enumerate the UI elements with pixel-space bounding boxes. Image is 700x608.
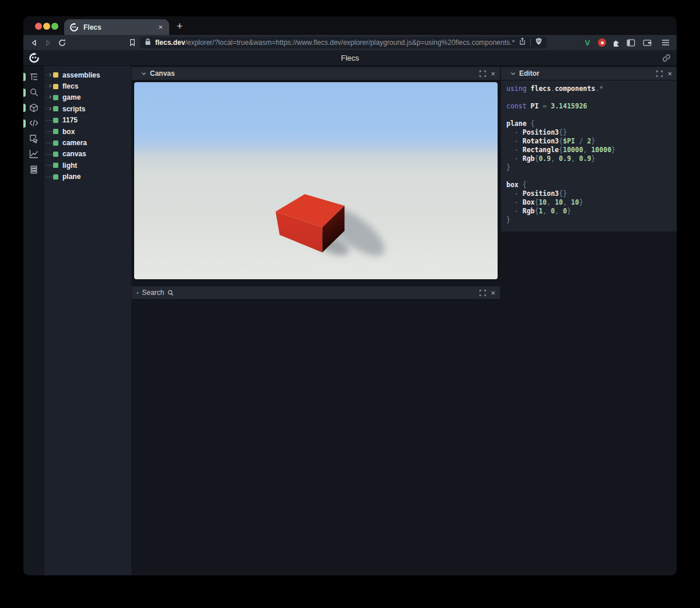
search-panel-header[interactable]: • Search × xyxy=(132,286,500,300)
code-line: - Rotation3{$PI / 2} xyxy=(506,137,671,146)
tree-item-label: box xyxy=(62,128,75,136)
activity-rows-button[interactable] xyxy=(23,162,44,178)
entity-tree: ›assemblies›flecs›game›scripts1175boxcam… xyxy=(44,66,131,575)
browser-window: Flecs × + flecs.dev/explorer/?local=true… xyxy=(23,16,677,575)
entity-square-icon xyxy=(53,163,58,168)
tree-connector xyxy=(46,154,53,154)
tree-connector xyxy=(46,75,48,75)
code-line: - Rectangle{10000, 10000} xyxy=(506,146,671,154)
divider xyxy=(530,39,531,46)
share-icon[interactable] xyxy=(519,37,526,48)
address-bar[interactable]: flecs.dev/explorer/?local=true&wasm=http… xyxy=(140,37,547,48)
code-icon xyxy=(29,118,39,128)
fullscreen-icon[interactable] xyxy=(656,71,663,77)
tree-item-label: camera xyxy=(62,139,87,147)
entity-square-icon xyxy=(53,174,58,180)
tab-flecs[interactable]: Flecs × xyxy=(64,19,169,35)
fullscreen-icon[interactable] xyxy=(480,290,486,296)
url-host: flecs.dev xyxy=(155,38,185,47)
tree-item-canvas[interactable]: canvas xyxy=(44,149,131,160)
flecs-logo-icon xyxy=(29,52,40,64)
menu-icon[interactable] xyxy=(659,35,672,50)
tree-connector xyxy=(46,120,53,121)
tree-item-label: game xyxy=(62,93,80,101)
entity-square-icon xyxy=(53,118,58,123)
canvas-panel-title: Canvas xyxy=(150,69,175,78)
chevron-right-icon[interactable]: › xyxy=(49,71,51,78)
tree-item-assemblies[interactable]: ›assemblies xyxy=(44,69,131,80)
tree-item-camera[interactable]: camera xyxy=(44,137,131,148)
code-editor[interactable]: using flecs.components.* const PI = 3.14… xyxy=(501,80,677,231)
lock-icon xyxy=(145,37,151,48)
editor-panel: Editor × using flecs.components.* const … xyxy=(501,67,677,231)
bookmark-icon[interactable] xyxy=(126,35,139,50)
reload-button[interactable] xyxy=(55,35,68,50)
active-indicator xyxy=(23,104,26,112)
tree-connector xyxy=(46,177,53,177)
zoom-window-button[interactable] xyxy=(51,23,58,30)
canvas-panel-header[interactable]: Canvas × xyxy=(132,67,500,80)
tree-item-label: scripts xyxy=(62,105,85,113)
code-line: - Rgb{1, 0, 0} xyxy=(506,207,671,216)
activity-tree-button[interactable] xyxy=(23,69,44,85)
back-button[interactable] xyxy=(27,35,40,50)
tab-bar: Flecs × + xyxy=(23,16,677,35)
tree-item-light[interactable]: light xyxy=(44,160,131,171)
extensions-puzzle-icon[interactable] xyxy=(610,35,622,50)
tab-close-icon[interactable]: × xyxy=(157,23,164,31)
sidebar-toggle-icon[interactable] xyxy=(624,35,637,50)
code-line: } xyxy=(506,216,671,224)
entity-square-icon xyxy=(53,84,58,89)
wallet-icon[interactable] xyxy=(640,35,653,50)
tree-item-flecs[interactable]: ›flecs xyxy=(44,80,131,92)
active-indicator xyxy=(23,89,26,97)
brave-shield-icon[interactable] xyxy=(535,37,542,48)
canvas-body xyxy=(132,80,500,281)
app-header: Flecs xyxy=(23,50,677,66)
chevron-down-icon[interactable] xyxy=(141,72,146,76)
extension-v-icon[interactable]: V xyxy=(581,35,594,50)
tree-icon xyxy=(29,72,39,82)
code-line: plane { xyxy=(506,120,671,128)
main-area: Canvas × xyxy=(131,66,677,575)
search-icon xyxy=(29,87,39,97)
forward-button[interactable] xyxy=(41,35,54,50)
fullscreen-icon[interactable] xyxy=(480,71,486,77)
tree-item-scripts[interactable]: ›scripts xyxy=(44,103,131,114)
tree-item-1175[interactable]: 1175 xyxy=(44,115,131,126)
tree-item-plane[interactable]: plane xyxy=(44,171,131,182)
chevron-right-icon[interactable]: › xyxy=(49,105,51,112)
chevron-right-icon[interactable]: › xyxy=(49,93,51,100)
activity-chart-button[interactable] xyxy=(23,147,44,163)
extension-red-icon[interactable] xyxy=(596,35,608,50)
page-title: Flecs xyxy=(23,54,677,62)
close-window-button[interactable] xyxy=(35,23,42,30)
tab-title: Flecs xyxy=(83,23,157,31)
url-path: /explorer/?local=true&wasm=https://www.f… xyxy=(185,38,515,47)
nav-toolbar: flecs.dev/explorer/?local=true&wasm=http… xyxy=(23,35,677,50)
share-link-icon[interactable] xyxy=(662,54,671,62)
tree-item-label: plane xyxy=(62,173,80,181)
new-tab-button[interactable]: + xyxy=(172,19,187,34)
cube-icon xyxy=(29,103,39,113)
activity-inspect-button[interactable] xyxy=(23,131,44,147)
chart-icon xyxy=(29,149,39,159)
activity-code-button[interactable] xyxy=(23,116,44,132)
scene-3d-viewport[interactable] xyxy=(134,82,498,279)
close-panel-icon[interactable]: × xyxy=(491,289,495,297)
collapsed-indicator-icon[interactable]: • xyxy=(136,290,139,296)
tree-item-label: 1175 xyxy=(62,116,78,124)
tree-connector xyxy=(46,86,48,87)
minimize-window-button[interactable] xyxy=(43,23,50,30)
tree-connector xyxy=(46,143,53,143)
tree-item-box[interactable]: box xyxy=(44,126,131,137)
code-line: - Position3{} xyxy=(506,128,671,137)
close-panel-icon[interactable]: × xyxy=(667,70,672,78)
chevron-down-icon[interactable] xyxy=(510,72,516,76)
close-panel-icon[interactable]: × xyxy=(491,70,495,78)
activity-cube-button[interactable] xyxy=(23,100,44,116)
editor-panel-header[interactable]: Editor × xyxy=(501,67,677,80)
tree-item-game[interactable]: ›game xyxy=(44,92,131,103)
activity-search-button[interactable] xyxy=(23,85,44,101)
chevron-right-icon[interactable]: › xyxy=(49,82,51,89)
